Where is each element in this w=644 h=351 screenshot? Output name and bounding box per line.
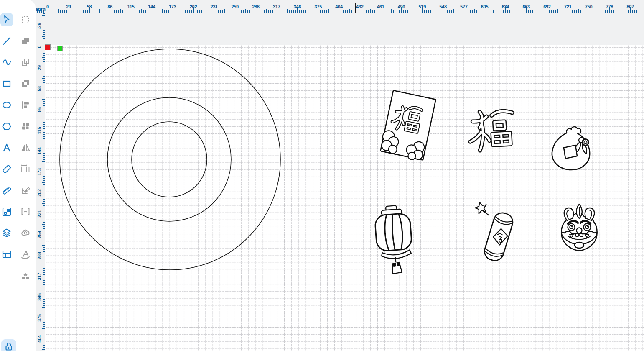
line-tool[interactable] [0, 34, 13, 48]
ruler-label: 346 [37, 292, 42, 302]
ruler-label: 231 [37, 209, 42, 219]
grid-squares-icon [20, 121, 31, 131]
polygon-tool[interactable] [0, 120, 13, 133]
resize-icon [20, 164, 31, 174]
ruler-label: 634 [502, 4, 509, 9]
angle-measure-tool[interactable] [19, 184, 32, 197]
union-tool[interactable] [19, 34, 32, 48]
break-apart-tool[interactable] [19, 269, 32, 282]
marquee-select-tool[interactable] [19, 13, 32, 26]
ruler-label: 605 [481, 4, 488, 9]
resize-tool[interactable] [19, 162, 32, 176]
red-envelope-drawing[interactable] [373, 86, 442, 163]
ruler-label: 750 [585, 4, 592, 9]
align-left-icon [20, 100, 31, 110]
curve-tool[interactable] [0, 56, 13, 69]
measure-tool[interactable] [0, 184, 13, 197]
line-icon [2, 36, 12, 46]
layers-tool[interactable] [0, 226, 13, 240]
circle-inner[interactable] [132, 122, 207, 197]
ellipse-icon [2, 100, 12, 110]
ruler-label: 577 [460, 4, 467, 9]
angle-pencil-icon [20, 185, 31, 195]
origin-marker-green [57, 46, 63, 51]
rectangle-icon [2, 79, 12, 89]
ruler-unit-label: mm [36, 6, 46, 12]
ruler-label: 58 [37, 84, 42, 94]
align-tool[interactable] [19, 98, 32, 112]
exclude-icon [20, 79, 31, 89]
ruler-label: 288 [252, 4, 259, 9]
ruler-label: 778 [606, 4, 613, 9]
pen-a-icon [20, 249, 31, 259]
mirror-tool[interactable] [19, 141, 32, 154]
lock-icon [4, 341, 14, 351]
ruler-label: 548 [439, 4, 446, 9]
cloud-weld-icon [20, 228, 31, 238]
ruler-label: -29 [37, 21, 42, 31]
letter-a-icon [2, 143, 12, 153]
concentric-circles[interactable] [0, 0, 644, 351]
tool-sidebar [0, 0, 36, 351]
ruler-label: 519 [418, 4, 425, 9]
array-tool[interactable] [0, 205, 13, 218]
ruler-label: 259 [37, 230, 42, 240]
ruler-label: 58 [87, 4, 92, 9]
cursor-arrow-icon [2, 15, 12, 25]
rectangle-tool[interactable] [0, 77, 13, 90]
mirror-icon [20, 143, 31, 153]
distribute-tool[interactable] [19, 205, 32, 218]
layout-icon [2, 249, 12, 259]
ruler-label: 461 [377, 4, 384, 9]
app-window: 0295886115144173202231259288317346375404… [0, 0, 644, 351]
circle-outer[interactable] [60, 49, 280, 270]
circle-middle[interactable] [107, 97, 231, 221]
firecracker-drawing[interactable] [470, 200, 519, 266]
weld-tool[interactable] [19, 226, 32, 240]
ruler-label: 202 [37, 188, 42, 198]
ruler-label: 346 [294, 4, 301, 9]
ruler-label: 231 [211, 4, 218, 9]
ruler-label: 29 [66, 4, 71, 9]
lantern-drawing[interactable] [371, 203, 416, 275]
ruler-label: 807 [626, 4, 634, 9]
exclude-tool[interactable] [19, 77, 32, 90]
ruler-label: 173 [169, 4, 176, 9]
ruler-label: 115 [37, 126, 42, 136]
select-tool[interactable] [0, 13, 13, 26]
ruler-label: 202 [190, 4, 197, 9]
layout-tool[interactable] [0, 248, 13, 261]
marquee-icon [20, 15, 31, 25]
union-icon [20, 36, 31, 46]
lock-tool[interactable] [1, 339, 16, 351]
ruler-label: 375 [37, 313, 42, 323]
ruler-label: 86 [108, 4, 113, 9]
ruler-label: 432 [356, 4, 363, 9]
ruler-label: 317 [37, 272, 42, 282]
ellipse-tool[interactable] [0, 98, 13, 112]
arrange-tool[interactable] [19, 120, 32, 133]
overlap-tool[interactable] [19, 56, 32, 69]
distribute-icon [20, 207, 31, 217]
ruler-label: 288 [37, 251, 42, 261]
ruler-label: 0 [46, 4, 49, 9]
text-tool[interactable] [0, 141, 13, 154]
ruler-label: 375 [315, 4, 322, 9]
horizontal-ruler: 0295886115144173202231259288317346375404… [36, 0, 644, 13]
money-bag-drawing[interactable] [547, 118, 596, 174]
calligraphy-tool[interactable] [19, 248, 32, 261]
ruler-label: 0 [37, 42, 42, 52]
ruler-label: 86 [37, 105, 42, 115]
origin-marker-red [45, 44, 51, 50]
ruler-label: 404 [335, 4, 342, 9]
fu-character-drawing[interactable] [464, 105, 520, 156]
ruler-icon [2, 185, 12, 195]
lion-head-drawing[interactable] [554, 202, 603, 251]
ruler-label: 173 [37, 167, 42, 177]
layers-icon [2, 228, 12, 238]
ruler-label: 663 [522, 4, 529, 9]
ruler-label: 404 [37, 334, 42, 344]
hexagon-icon [2, 121, 12, 131]
eraser-tool[interactable] [0, 162, 13, 176]
break-apart-icon [20, 271, 31, 281]
